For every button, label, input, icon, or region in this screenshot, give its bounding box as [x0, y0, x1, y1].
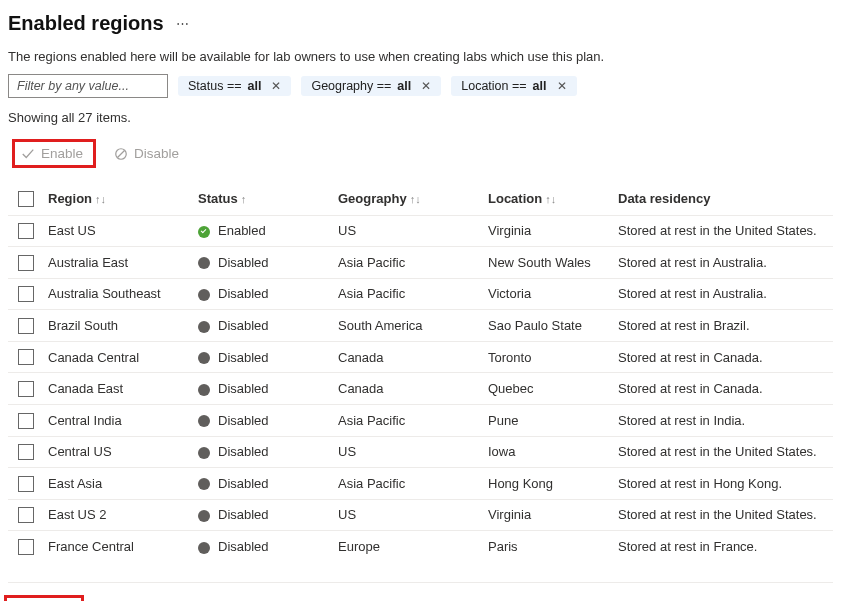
status-label: Disabled	[218, 413, 269, 428]
page-title: Enabled regions	[8, 12, 164, 35]
status-dot-icon	[198, 226, 210, 238]
status-label: Disabled	[218, 539, 269, 554]
select-all-checkbox[interactable]	[18, 191, 34, 207]
cell-geography: Canada	[334, 341, 484, 373]
chip-value: all	[397, 79, 411, 93]
status-dot-icon	[198, 478, 210, 490]
chip-field: Location ==	[461, 79, 526, 93]
regions-table: Region↑↓ Status↑ Geography↑↓ Location↑↓ …	[8, 182, 833, 562]
cell-status: Disabled	[194, 341, 334, 373]
filter-chip[interactable]: Location == all✕	[451, 76, 576, 96]
cell-geography: Asia Pacific	[334, 247, 484, 279]
disable-button[interactable]: Disable	[110, 146, 183, 161]
sort-icon: ↑↓	[410, 193, 421, 205]
col-header-location[interactable]: Location↑↓	[484, 182, 614, 215]
col-header-status-label: Status	[198, 191, 238, 206]
cell-residency: Stored at rest in France.	[614, 531, 833, 562]
status-label: Disabled	[218, 255, 269, 270]
col-header-residency-label: Data residency	[618, 191, 711, 206]
row-checkbox[interactable]	[18, 381, 34, 397]
chip-remove-icon[interactable]: ✕	[267, 79, 285, 93]
filter-input[interactable]	[8, 74, 168, 98]
status-dot-icon	[198, 542, 210, 554]
row-checkbox[interactable]	[18, 318, 34, 334]
enable-button[interactable]: Enable	[17, 146, 87, 161]
status-label: Disabled	[218, 444, 269, 459]
cell-location: Virginia	[484, 499, 614, 531]
status-dot-icon	[198, 510, 210, 522]
row-checkbox[interactable]	[18, 413, 34, 429]
table-row: Central USDisabledUSIowaStored at rest i…	[8, 436, 833, 468]
cell-status: Disabled	[194, 468, 334, 500]
cell-region: Brazil South	[44, 310, 194, 342]
cell-residency: Stored at rest in India.	[614, 404, 833, 436]
filter-chip[interactable]: Geography == all✕	[301, 76, 441, 96]
table-row: Australia SoutheastDisabledAsia PacificV…	[8, 278, 833, 310]
sort-icon: ↑↓	[545, 193, 556, 205]
status-dot-icon	[198, 321, 210, 333]
status-label: Disabled	[218, 381, 269, 396]
status-label: Disabled	[218, 476, 269, 491]
row-checkbox[interactable]	[18, 444, 34, 460]
chip-remove-icon[interactable]: ✕	[553, 79, 571, 93]
table-row: Canada CentralDisabledCanadaTorontoStore…	[8, 341, 833, 373]
cell-residency: Stored at rest in Australia.	[614, 247, 833, 279]
cell-residency: Stored at rest in Australia.	[614, 278, 833, 310]
enable-label: Enable	[41, 146, 83, 161]
status-label: Disabled	[218, 286, 269, 301]
cell-location: Pune	[484, 404, 614, 436]
status-dot-icon	[198, 384, 210, 396]
cell-region: East US 2	[44, 499, 194, 531]
description-text: The regions enabled here will be availab…	[8, 49, 833, 64]
col-header-residency[interactable]: Data residency	[614, 182, 833, 215]
cell-location: Sao Paulo State	[484, 310, 614, 342]
cell-geography: Asia Pacific	[334, 404, 484, 436]
more-icon[interactable]: ⋯	[176, 16, 190, 31]
cell-residency: Stored at rest in Canada.	[614, 341, 833, 373]
row-checkbox[interactable]	[18, 539, 34, 555]
result-count: Showing all 27 items.	[8, 110, 833, 125]
sort-asc-icon: ↑	[241, 193, 247, 205]
cell-status: Disabled	[194, 436, 334, 468]
cell-region: Canada Central	[44, 341, 194, 373]
cell-location: Hong Kong	[484, 468, 614, 500]
col-header-region[interactable]: Region↑↓	[44, 182, 194, 215]
cell-geography: Europe	[334, 531, 484, 562]
disable-label: Disable	[134, 146, 179, 161]
cell-geography: South America	[334, 310, 484, 342]
table-header-row: Region↑↓ Status↑ Geography↑↓ Location↑↓ …	[8, 182, 833, 215]
status-dot-icon	[198, 352, 210, 364]
status-label: Disabled	[218, 350, 269, 365]
cell-location: New South Wales	[484, 247, 614, 279]
chip-field: Status ==	[188, 79, 242, 93]
cell-status: Disabled	[194, 278, 334, 310]
cell-location: Quebec	[484, 373, 614, 405]
table-row: Australia EastDisabledAsia PacificNew So…	[8, 247, 833, 279]
row-checkbox[interactable]	[18, 476, 34, 492]
cell-residency: Stored at rest in Brazil.	[614, 310, 833, 342]
cell-geography: Canada	[334, 373, 484, 405]
cell-region: Canada East	[44, 373, 194, 405]
row-checkbox[interactable]	[18, 223, 34, 239]
chip-remove-icon[interactable]: ✕	[417, 79, 435, 93]
row-checkbox[interactable]	[18, 286, 34, 302]
cell-geography: US	[334, 436, 484, 468]
col-header-status[interactable]: Status↑	[194, 182, 334, 215]
cell-location: Toronto	[484, 341, 614, 373]
cell-location: Iowa	[484, 436, 614, 468]
col-header-location-label: Location	[488, 191, 542, 206]
filter-chip[interactable]: Status == all✕	[178, 76, 291, 96]
table-row: Central IndiaDisabledAsia PacificPuneSto…	[8, 404, 833, 436]
table-row: Canada EastDisabledCanadaQuebecStored at…	[8, 373, 833, 405]
cell-geography: US	[334, 499, 484, 531]
status-dot-icon	[198, 257, 210, 269]
status-label: Disabled	[218, 507, 269, 522]
row-checkbox[interactable]	[18, 349, 34, 365]
status-dot-icon	[198, 447, 210, 459]
status-label: Enabled	[218, 223, 266, 238]
row-checkbox[interactable]	[18, 507, 34, 523]
cell-location: Virginia	[484, 215, 614, 247]
row-checkbox[interactable]	[18, 255, 34, 271]
sort-icon: ↑↓	[95, 193, 106, 205]
col-header-geography[interactable]: Geography↑↓	[334, 182, 484, 215]
